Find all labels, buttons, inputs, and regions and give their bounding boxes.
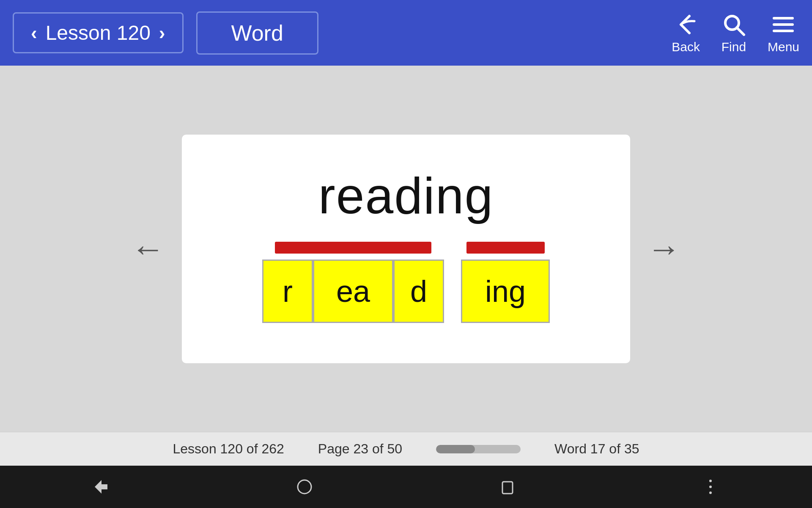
menu-icon <box>771 12 796 37</box>
letter-block-ea[interactable]: ea <box>313 260 393 323</box>
back-button[interactable]: Back <box>672 12 700 54</box>
system-back-icon <box>92 478 111 496</box>
back-icon <box>673 12 699 37</box>
red-bar-2 <box>466 242 545 254</box>
top-actions: Back Find Menu <box>672 12 799 54</box>
svg-point-6 <box>298 480 311 494</box>
progress-bar <box>436 445 521 453</box>
menu-button[interactable]: Menu <box>768 12 799 54</box>
bottom-nav <box>0 466 812 508</box>
svg-line-1 <box>737 28 744 35</box>
block-group-1: r ea d <box>262 242 444 323</box>
find-label: Find <box>721 40 746 54</box>
find-icon <box>721 12 746 37</box>
system-recent-button[interactable] <box>498 478 517 496</box>
next-page-arrow[interactable]: → <box>630 229 698 268</box>
svg-point-10 <box>709 491 712 494</box>
svg-point-8 <box>709 480 712 482</box>
word-display: reading <box>318 166 494 225</box>
progress-bar-fill <box>436 445 475 453</box>
word-button[interactable]: Word <box>196 11 318 55</box>
page-status: Page 23 of 50 <box>318 441 402 457</box>
next-arrow-icon: › <box>159 22 165 44</box>
word-status: Word 17 of 35 <box>554 441 639 457</box>
system-more-icon <box>701 478 720 496</box>
lesson-label: Lesson 120 <box>46 21 151 44</box>
lesson-status: Lesson 120 of 262 <box>173 441 284 457</box>
top-bar: ‹ Lesson 120 › Word Back Find <box>0 0 812 66</box>
system-more-button[interactable] <box>701 478 720 496</box>
find-button[interactable]: Find <box>721 12 746 54</box>
block-group-2: ing <box>461 242 550 323</box>
prev-lesson-button[interactable]: ‹ Lesson 120 › <box>13 12 184 53</box>
menu-label: Menu <box>768 40 799 54</box>
back-label: Back <box>672 40 700 54</box>
system-home-button[interactable] <box>295 478 314 496</box>
main-content: ← reading r ea d ing → <box>0 66 812 432</box>
svg-point-9 <box>709 486 712 488</box>
svg-marker-5 <box>95 480 107 494</box>
letter-blocks-2: ing <box>461 260 550 323</box>
word-button-label: Word <box>231 21 283 45</box>
prev-arrow-icon: ‹ <box>31 22 37 44</box>
letter-block-ing[interactable]: ing <box>461 260 550 323</box>
word-card: reading r ea d ing <box>182 135 630 363</box>
svg-rect-7 <box>502 482 513 494</box>
system-back-button[interactable] <box>92 478 111 496</box>
blocks-section: r ea d ing <box>262 242 550 323</box>
system-recent-icon <box>498 478 517 496</box>
prev-page-arrow[interactable]: ← <box>114 229 182 268</box>
letter-block-d[interactable]: d <box>393 260 444 323</box>
red-bar-1 <box>275 242 431 254</box>
letter-block-r[interactable]: r <box>262 260 313 323</box>
status-bar: Lesson 120 of 262 Page 23 of 50 Word 17 … <box>0 432 812 466</box>
letter-blocks-1: r ea d <box>262 260 444 323</box>
system-home-icon <box>295 478 314 496</box>
